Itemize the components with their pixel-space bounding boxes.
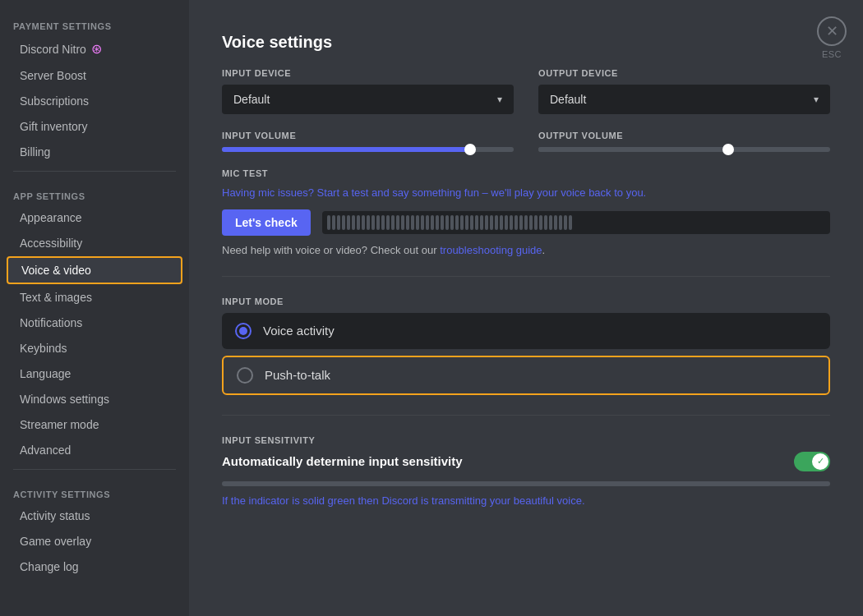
help-text-before: Need help with voice or video? Check out… xyxy=(222,244,440,256)
mic-bar-21 xyxy=(426,215,429,230)
output-volume-thumb[interactable] xyxy=(722,144,734,155)
output-volume-slider-track[interactable] xyxy=(538,147,830,152)
sidebar-item-notifications[interactable]: Notifications xyxy=(7,310,182,335)
sidebar-item-activity-status[interactable]: Activity status xyxy=(7,503,182,528)
sidebar-item-language[interactable]: Language xyxy=(7,361,182,386)
output-volume-label: OUTPUT VOLUME xyxy=(538,131,830,140)
payment-settings-label: PAYMENT SETTINGS xyxy=(0,8,189,34)
output-volume-col: OUTPUT VOLUME xyxy=(538,131,830,152)
mic-bar-33 xyxy=(485,215,488,230)
input-volume-fill xyxy=(222,147,470,152)
sidebar-item-label: Change log xyxy=(20,560,79,573)
mic-bar-19 xyxy=(416,215,419,230)
sidebar-item-billing[interactable]: Billing xyxy=(7,140,182,164)
mic-bar-39 xyxy=(515,215,518,230)
sidebar-item-label: Accessibility xyxy=(20,237,82,250)
mic-bar-6 xyxy=(352,215,355,230)
sidebar-item-server-boost[interactable]: Server Boost xyxy=(7,63,182,88)
section-divider-1 xyxy=(222,276,830,277)
divider-app-activity xyxy=(13,469,176,470)
esc-label: ESC xyxy=(822,49,842,59)
sensitivity-note: If the indicator is solid green then Dis… xyxy=(222,494,830,507)
page-title: Voice settings xyxy=(222,33,830,52)
mic-bar-4 xyxy=(342,215,345,230)
sidebar-item-game-overlay[interactable]: Game overlay xyxy=(7,529,182,554)
mic-bar-44 xyxy=(539,215,542,230)
mic-bar-10 xyxy=(372,215,375,230)
lets-check-button[interactable]: Let's check xyxy=(222,209,311,236)
sidebar-item-label: Server Boost xyxy=(20,69,86,82)
sidebar-item-advanced[interactable]: Advanced xyxy=(7,438,182,462)
mic-bar-23 xyxy=(436,215,439,230)
input-device-label: INPUT DEVICE xyxy=(222,68,514,78)
mic-test-section: MIC TEST Having mic issues? Start a test… xyxy=(222,168,830,256)
sidebar-item-label: Notifications xyxy=(20,316,82,329)
sidebar-item-label: Gift inventory xyxy=(20,120,87,133)
mic-bar-31 xyxy=(475,215,478,230)
auto-sensitivity-toggle[interactable]: ✓ xyxy=(794,452,830,471)
input-device-select[interactable]: Default ▾ xyxy=(222,85,514,114)
sidebar-item-label: Game overlay xyxy=(20,535,91,548)
mic-bar-37 xyxy=(505,215,508,230)
chevron-down-icon-2: ▾ xyxy=(814,94,819,105)
sidebar-item-appearance[interactable]: Appearance xyxy=(7,205,182,230)
push-to-talk-label: Push-to-talk xyxy=(265,368,330,382)
sidebar-item-text-images[interactable]: Text & images xyxy=(7,285,182,310)
sidebar-item-label: Text & images xyxy=(20,291,92,304)
chevron-down-icon: ▾ xyxy=(497,94,502,105)
mic-bar-46 xyxy=(549,215,552,230)
sidebar: PAYMENT SETTINGS Discord Nitro ⊛ Server … xyxy=(0,0,189,616)
input-sensitivity-label: INPUT SENSITIVITY xyxy=(222,435,830,445)
sidebar-item-gift-inventory[interactable]: Gift inventory xyxy=(7,114,182,139)
sidebar-item-label: Discord Nitro xyxy=(20,43,86,56)
help-text: Need help with voice or video? Check out… xyxy=(222,244,830,256)
output-device-select[interactable]: Default ▾ xyxy=(538,85,830,114)
sidebar-item-discord-nitro[interactable]: Discord Nitro ⊛ xyxy=(7,35,182,62)
input-volume-thumb[interactable] xyxy=(464,144,476,155)
mic-bar-22 xyxy=(431,215,434,230)
mic-test-label: MIC TEST xyxy=(222,168,830,178)
output-device-value: Default xyxy=(550,93,586,106)
mic-bar-13 xyxy=(386,215,390,230)
mic-bar-34 xyxy=(490,215,493,230)
sidebar-item-subscriptions[interactable]: Subscriptions xyxy=(7,89,182,113)
section-divider-2 xyxy=(222,415,830,416)
mic-bar-12 xyxy=(381,215,385,230)
sidebar-item-streamer-mode[interactable]: Streamer mode xyxy=(7,412,182,437)
sensitivity-header: Automatically determine input sensitivit… xyxy=(222,452,830,471)
mic-test-description: Having mic issues? Start a test and say … xyxy=(222,185,830,201)
input-mode-section: INPUT MODE Voice activity Push-to-talk xyxy=(222,297,830,395)
sidebar-item-accessibility[interactable]: Accessibility xyxy=(7,231,182,255)
mic-bar-42 xyxy=(529,215,533,230)
mic-bar-47 xyxy=(554,215,557,230)
mic-bar-17 xyxy=(406,215,409,230)
sidebar-item-windows-settings[interactable]: Windows settings xyxy=(7,387,182,411)
divider-payment-app xyxy=(13,171,176,172)
nitro-icon: ⊛ xyxy=(91,41,102,57)
mic-bar-27 xyxy=(455,215,459,230)
mic-bar-36 xyxy=(500,215,503,230)
mic-bar-48 xyxy=(559,215,562,230)
mic-bar-2 xyxy=(332,215,335,230)
mic-bar-14 xyxy=(391,215,395,230)
mic-bar-16 xyxy=(401,215,404,230)
toggle-knob: ✓ xyxy=(812,453,828,470)
input-volume-slider-track[interactable] xyxy=(222,147,514,152)
push-to-talk-option[interactable]: Push-to-talk xyxy=(222,356,830,395)
mic-bar-15 xyxy=(396,215,399,230)
mic-bar-11 xyxy=(376,215,380,230)
troubleshooting-link[interactable]: troubleshooting guide xyxy=(440,244,542,256)
sidebar-item-label: Windows settings xyxy=(20,393,109,406)
sidebar-item-change-log[interactable]: Change log xyxy=(7,554,182,579)
sidebar-item-label: Language xyxy=(20,367,71,380)
mic-test-row: Let's check xyxy=(222,209,830,236)
close-button[interactable]: ✕ xyxy=(817,16,847,46)
close-button-area[interactable]: ✕ ESC xyxy=(817,16,847,59)
voice-activity-radio[interactable] xyxy=(235,323,252,339)
sidebar-item-voice-video[interactable]: Voice & video xyxy=(7,256,182,284)
mic-bar-32 xyxy=(480,215,483,230)
help-text-after: . xyxy=(542,244,546,256)
voice-activity-option[interactable]: Voice activity xyxy=(222,313,830,349)
push-to-talk-radio[interactable] xyxy=(237,367,253,384)
sidebar-item-keybinds[interactable]: Keybinds xyxy=(7,336,182,361)
